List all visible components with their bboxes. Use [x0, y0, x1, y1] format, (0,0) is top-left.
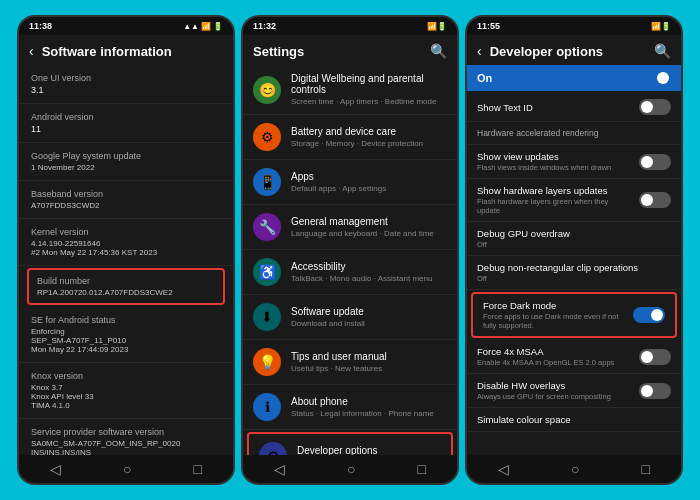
screen-content-2[interactable]: 😊 Digital Wellbeing and parental control… [243, 65, 457, 455]
developer-icon: ⚙ [259, 442, 287, 455]
status-bar-2: 11:32 📶🔋 [243, 17, 457, 35]
bottom-nav-3: ◁ ○ □ [467, 455, 681, 483]
header-title-1: Software information [42, 44, 223, 59]
settings-developer[interactable]: ⚙ Developer options Developer options [249, 434, 451, 455]
nav-home-1[interactable]: ○ [123, 461, 131, 477]
settings-tips[interactable]: 💡 Tips and user manual Useful tips · New… [243, 340, 457, 385]
dev-debug-gpu[interactable]: Debug GPU overdraw Off [467, 222, 681, 256]
screen-header-1: ‹ Software information [19, 35, 233, 65]
back-arrow-3[interactable]: ‹ [477, 43, 482, 59]
info-kernel: Kernel version 4.14.190-22591646#2 Mon M… [19, 219, 233, 266]
settings-developer-highlighted[interactable]: ⚙ Developer options Developer options [247, 432, 453, 455]
dev-simulate-colour[interactable]: Simulate colour space [467, 408, 681, 432]
screen-header-3: ‹ Developer options 🔍 [467, 35, 681, 65]
dev-hw-rendering-label: Hardware accelerated rendering [467, 122, 681, 145]
dev-disable-hw-overlays[interactable]: Disable HW overlays Always use GPU for s… [467, 374, 681, 408]
dev-on-bar: On [467, 65, 681, 91]
bottom-nav-1: ◁ ○ □ [19, 455, 233, 483]
info-se-android: SE for Android status EnforcingSEP_SM-A7… [19, 307, 233, 363]
phone-software-info: 11:38 ▲▲ 📶 🔋 ‹ Software information One … [17, 15, 235, 485]
accessibility-icon: ♿ [253, 258, 281, 286]
info-baseband: Baseband version A707FDDS3CWD2 [19, 181, 233, 219]
dev-show-text-id[interactable]: Show Text ID [467, 93, 681, 122]
status-icons-1: ▲▲ 📶 🔋 [183, 22, 223, 31]
settings-battery[interactable]: ⚙ Battery and device care Storage · Memo… [243, 115, 457, 160]
info-service-provider: Service provider software version SA0MC_… [19, 419, 233, 455]
phones-container: 11:38 ▲▲ 📶 🔋 ‹ Software information One … [17, 15, 683, 485]
settings-about[interactable]: ℹ About phone Status · Legal information… [243, 385, 457, 430]
status-bar-3: 11:55 📶🔋 [467, 17, 681, 35]
nav-back-3[interactable]: ◁ [498, 461, 509, 477]
nav-back-1[interactable]: ◁ [50, 461, 61, 477]
search-icon-2[interactable]: 🔍 [430, 43, 447, 59]
screen-content-3[interactable]: On Show Text ID Hardware accelerated ren… [467, 65, 681, 455]
nav-recent-2[interactable]: □ [418, 461, 426, 477]
dev-on-toggle[interactable] [639, 70, 671, 86]
bottom-nav-2: ◁ ○ □ [243, 455, 457, 483]
info-android: Android version 11 [19, 104, 233, 143]
time-2: 11:32 [253, 21, 276, 31]
settings-accessibility[interactable]: ♿ Accessibility TalkBack · Mono audio · … [243, 250, 457, 295]
info-knox: Knox version Knox 3.7Knox API level 33TI… [19, 363, 233, 419]
software-update-icon: ⬇ [253, 303, 281, 331]
toggle-show-text-id[interactable] [639, 99, 671, 115]
toggle-disable-hw-overlays[interactable] [639, 383, 671, 399]
apps-icon: 📱 [253, 168, 281, 196]
info-one-ui: One UI version 3.1 [19, 65, 233, 104]
toggle-force-dark[interactable] [633, 307, 665, 323]
wellbeing-icon: 😊 [253, 76, 281, 104]
toggle-force-msaa[interactable] [639, 349, 671, 365]
info-google-play: Google Play system update 1 November 202… [19, 143, 233, 181]
tips-icon: 💡 [253, 348, 281, 376]
screen-content-1[interactable]: One UI version 3.1 Android version 11 Go… [19, 65, 233, 455]
battery-icon: ⚙ [253, 123, 281, 151]
search-icon-3[interactable]: 🔍 [654, 43, 671, 59]
time-3: 11:55 [477, 21, 500, 31]
header-title-3: Developer options [490, 44, 646, 59]
settings-general[interactable]: 🔧 General management Language and keyboa… [243, 205, 457, 250]
dev-show-hw-layers[interactable]: Show hardware layers updates Flash hardw… [467, 179, 681, 222]
settings-software-update[interactable]: ⬇ Software update Download and install [243, 295, 457, 340]
settings-apps[interactable]: 📱 Apps Default apps · App settings [243, 160, 457, 205]
dev-force-dark[interactable]: Force Dark mode Force apps to use Dark m… [473, 294, 675, 336]
info-build-number: Build number RP1A.200720.012.A707FDDS3CW… [27, 268, 225, 305]
dev-show-view-updates[interactable]: Show view updates Flash views inside win… [467, 145, 681, 179]
settings-wellbeing[interactable]: 😊 Digital Wellbeing and parental control… [243, 65, 457, 115]
back-arrow-1[interactable]: ‹ [29, 43, 34, 59]
about-icon: ℹ [253, 393, 281, 421]
nav-home-2[interactable]: ○ [347, 461, 355, 477]
status-icons-2: 📶🔋 [427, 22, 447, 31]
phone-settings: 11:32 📶🔋 Settings 🔍 😊 Digital Wellbeing … [241, 15, 459, 485]
phone-developer-options: 11:55 📶🔋 ‹ Developer options 🔍 On Show T… [465, 15, 683, 485]
status-bar-1: 11:38 ▲▲ 📶 🔋 [19, 17, 233, 35]
dev-force-msaa[interactable]: Force 4x MSAA Enable 4x MSAA in OpenGL E… [467, 340, 681, 374]
nav-recent-1[interactable]: □ [194, 461, 202, 477]
screen-header-2: Settings 🔍 [243, 35, 457, 65]
dev-debug-clip[interactable]: Debug non-rectangular clip operations Of… [467, 256, 681, 290]
toggle-hw-layers[interactable] [639, 192, 671, 208]
header-title-2: Settings [253, 44, 422, 59]
general-icon: 🔧 [253, 213, 281, 241]
dev-force-dark-highlighted: Force Dark mode Force apps to use Dark m… [471, 292, 677, 338]
nav-recent-3[interactable]: □ [642, 461, 650, 477]
time-1: 11:38 [29, 21, 52, 31]
toggle-show-view-updates[interactable] [639, 154, 671, 170]
status-icons-3: 📶🔋 [651, 22, 671, 31]
nav-home-3[interactable]: ○ [571, 461, 579, 477]
nav-back-2[interactable]: ◁ [274, 461, 285, 477]
